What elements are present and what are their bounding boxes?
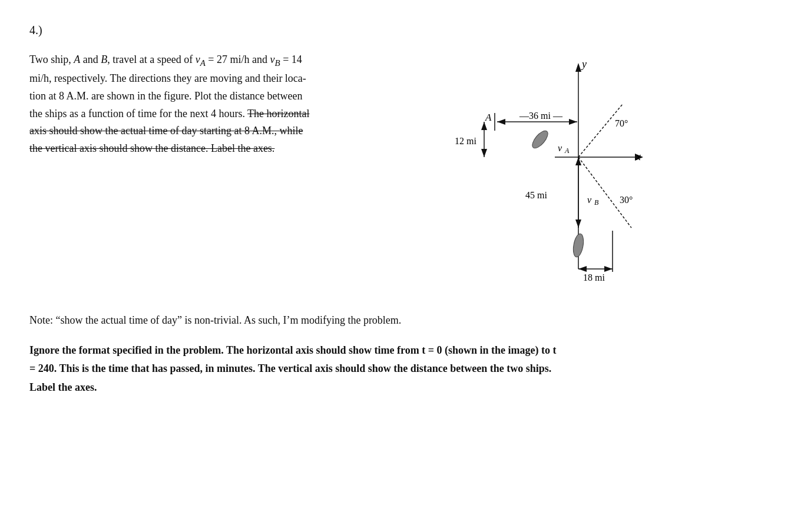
label-A: A (485, 112, 492, 123)
label-vA-sub: A (564, 147, 570, 155)
label-30deg: 30° (620, 195, 633, 205)
svg-marker-16 (575, 220, 581, 228)
svg-marker-15 (575, 157, 581, 165)
svg-point-10 (529, 128, 550, 151)
problem-body: Two ship, A and B, travel at a speed of … (29, 51, 762, 292)
svg-marker-8 (481, 122, 487, 130)
bold-section: Ignore the format specified in the probl… (29, 341, 560, 397)
svg-marker-9 (481, 149, 487, 157)
label-70deg: 70° (615, 118, 628, 128)
strikethrough-text: The horizontal axis should show the actu… (29, 108, 310, 154)
problem-number: 4.) (29, 24, 762, 37)
label-vB-sub: B (594, 198, 599, 207)
svg-point-17 (571, 233, 585, 258)
note-text: Note: “show the actual time of day” is n… (29, 311, 560, 330)
problem-text: Two ship, A and B, travel at a speed of … (29, 51, 312, 158)
label-vB: v (587, 195, 592, 205)
note-section: Note: “show the actual time of day” is n… (29, 311, 560, 330)
svg-marker-6 (569, 119, 577, 125)
svg-marker-20 (604, 266, 613, 272)
label-45mi: 45 mi (525, 190, 547, 200)
svg-marker-19 (578, 266, 587, 272)
bold-text: Ignore the format specified in the probl… (29, 341, 560, 397)
label-18mi: 18 mi (583, 272, 605, 282)
x-axis-label: x (636, 151, 641, 162)
diagram-container: y x —36 mi — 12 mi v A A (336, 51, 762, 292)
svg-marker-5 (497, 119, 505, 125)
label-vA: v (558, 143, 562, 153)
svg-marker-2 (575, 63, 581, 72)
svg-line-12 (578, 104, 623, 157)
label-12mi: 12 mi (455, 136, 476, 146)
diagram-svg: y x —36 mi — 12 mi v A A (449, 57, 649, 292)
problem-paragraph: Two ship, A and B, travel at a speed of … (29, 51, 312, 158)
y-axis-label: y (581, 58, 587, 70)
svg-line-13 (578, 157, 631, 228)
label-36mi: —36 mi — (519, 111, 563, 121)
